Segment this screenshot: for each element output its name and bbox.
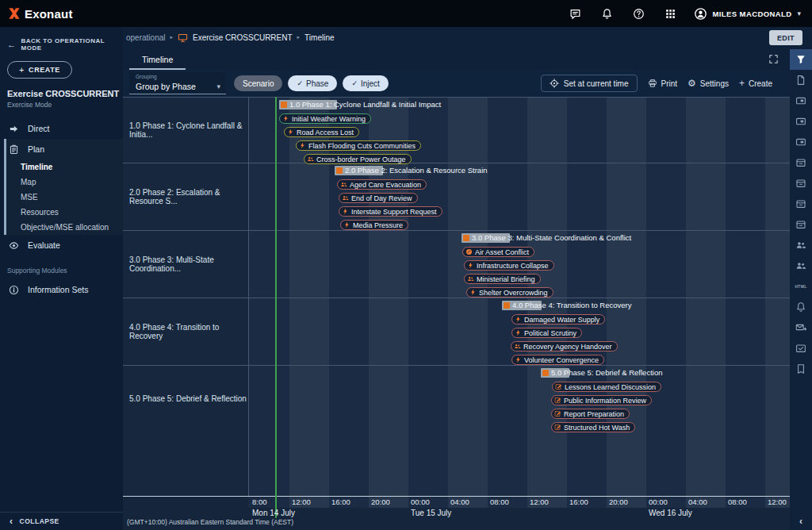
target-icon — [550, 79, 559, 88]
inject-label: End of Day Review — [351, 194, 412, 202]
create-timeline-item-button[interactable]: + Create — [739, 79, 772, 88]
print-label: Print — [661, 79, 678, 88]
chip-scenario[interactable]: Scenario — [234, 75, 282, 91]
rail-collapse-button[interactable]: ‹ — [790, 516, 812, 527]
sidebar-item-map[interactable]: Map — [6, 175, 123, 190]
inject-item[interactable]: Damaged Water Supply — [511, 314, 605, 325]
chevron-left-icon: ‹ — [10, 516, 13, 527]
account-menu[interactable]: MILES MACDONALD ▾ — [694, 7, 801, 21]
exercise-mode: Exercise Mode — [7, 101, 123, 109]
group-tool-button[interactable] — [790, 235, 812, 255]
bell-tool-button[interactable] — [790, 297, 812, 317]
sidebar: ← BACK TO OPERATIONAL MODE + CREATE Exer… — [0, 27, 123, 530]
inject-item[interactable]: Road Access Lost — [284, 127, 359, 137]
inject-label: Interstate Support Request — [351, 208, 437, 216]
card-tool-button[interactable] — [790, 90, 812, 111]
fullscreen-icon[interactable] — [768, 54, 779, 64]
sidebar-item-resources[interactable]: Resources — [6, 205, 123, 220]
archive-tool-button[interactable] — [790, 214, 812, 235]
sidebar-item-mse[interactable]: MSE — [6, 190, 123, 205]
settings-button[interactable]: ⚙ Settings — [688, 79, 729, 88]
grouping-value: Group by Phase — [136, 82, 196, 91]
document-tool-button[interactable] — [790, 70, 812, 90]
book-tool-button[interactable] — [790, 359, 812, 379]
chip-phase[interactable]: ✓Phase — [288, 75, 337, 91]
app-logo[interactable]: Exonaut — [8, 7, 73, 21]
breadcrumb-operational[interactable]: operational — [126, 33, 165, 42]
cardcheck-tool-button[interactable] — [790, 338, 812, 359]
breadcrumb-timeline[interactable]: Timeline — [304, 33, 334, 42]
inject-item[interactable]: Cross-border Power Outage — [304, 154, 412, 164]
axis-tick-label: 20:00 — [609, 496, 628, 508]
print-button[interactable]: Print — [648, 79, 678, 88]
chat-icon[interactable] — [569, 8, 581, 20]
sidebar-item-evaluate[interactable]: Evaluate — [0, 235, 123, 255]
axis-tick-label: 00:00 — [649, 496, 668, 508]
breadcrumb-exercise[interactable]: Exercise CROSSCURRENT — [193, 33, 293, 42]
inject-item[interactable]: Lessons Learned Discussion — [552, 382, 661, 392]
inject-item[interactable]: Air Asset Conflict — [462, 247, 534, 257]
chip-inject[interactable]: ✓Inject — [343, 75, 388, 91]
archive-tool-button[interactable] — [790, 194, 812, 214]
bell-icon[interactable] — [601, 8, 613, 20]
inject-item[interactable]: Ministerial Briefing — [464, 274, 541, 284]
html-tool-button[interactable]: HTML — [790, 276, 812, 297]
phase-icon — [504, 302, 510, 309]
inject-item[interactable]: Volunteer Convergence — [511, 355, 604, 365]
filter-tool-button[interactable] — [790, 49, 812, 70]
exonaut-logo-icon — [8, 7, 21, 20]
row-label: 4.0 Phase 4: Transition to Recovery — [123, 298, 248, 365]
apps-icon[interactable] — [665, 8, 676, 20]
inject-label: Public Information Review — [564, 397, 646, 405]
plus-icon: + — [739, 79, 745, 88]
group-tool-button[interactable] — [790, 255, 812, 276]
back-button[interactable]: ← BACK TO OPERATIONAL MODE — [0, 27, 123, 52]
sidebar-item-timeline[interactable]: Timeline — [6, 159, 123, 175]
sidebar-item-information-sets[interactable]: Information Sets — [0, 279, 123, 300]
header-actions — [569, 8, 676, 20]
timezone-note: (GMT+10:00) Australian Eastern Standard … — [127, 518, 293, 526]
bolt-icon — [515, 329, 522, 336]
bolt-icon — [467, 262, 474, 269]
app-root: Exonaut MILES MACDONALD ▾ ← BACK TO OPER… — [0, 0, 812, 530]
inject-item[interactable]: Recovery Agency Handover — [511, 341, 618, 351]
html-tool-label: HTML — [795, 284, 806, 289]
inject-item[interactable]: End of Day Review — [339, 193, 418, 203]
axis-tick-label: 00:00 — [411, 496, 430, 508]
chip-label: Scenario — [243, 79, 274, 88]
axis-tick-label: 08:00 — [728, 496, 747, 508]
sidebar-item-direct[interactable]: Direct — [0, 118, 123, 139]
help-icon[interactable] — [633, 8, 645, 20]
tab-timeline[interactable]: Timeline — [129, 50, 186, 70]
inject-item[interactable]: Initial Weather Warning — [279, 113, 371, 124]
mail-tool-button[interactable] — [790, 317, 812, 338]
card-tool-button[interactable] — [790, 132, 812, 152]
sidebar-item-objective-mse-allocation[interactable]: Objective/MSE allocation — [6, 220, 123, 235]
inject-item[interactable]: Political Scrutiny — [511, 328, 582, 338]
sidebar-item-plan[interactable]: Plan — [6, 139, 123, 159]
inject-label: Lessons Learned Discussion — [565, 383, 656, 391]
set-current-time-button[interactable]: Set at current time — [541, 75, 638, 92]
archive-tool-button[interactable] — [790, 173, 812, 194]
bolt-icon — [287, 129, 294, 136]
edit-button[interactable]: EDIT — [769, 30, 802, 45]
inject-label: Initial Weather Warning — [292, 115, 366, 123]
inject-item[interactable]: Structured Hot Wash — [551, 422, 635, 432]
grouping-select[interactable]: Grouping Group by Phase ▾ — [129, 72, 226, 94]
inject-item[interactable]: Shelter Overcrowding — [466, 287, 553, 298]
logo-text: Exonaut — [25, 7, 73, 21]
inject-item[interactable]: Interstate Support Request — [339, 206, 442, 217]
create-button[interactable]: + CREATE — [7, 61, 72, 79]
inject-item[interactable]: Flash Flooding Cuts Communities — [296, 140, 421, 151]
archive-tool-button[interactable] — [790, 152, 812, 173]
inject-item[interactable]: Report Preparation — [551, 409, 630, 419]
inject-item[interactable]: Public Information Review — [551, 395, 652, 405]
timeline-chart: 1.0 Phase 1: Cyclone Landfall & Initia..… — [123, 97, 790, 530]
card-tool-button[interactable] — [790, 111, 812, 132]
inject-item[interactable]: Infrastructure Collapse — [464, 260, 554, 271]
check-icon: ✓ — [297, 79, 303, 87]
chip-label: Phase — [306, 79, 328, 88]
inject-item[interactable]: Media Pressure — [340, 220, 408, 230]
inject-item[interactable]: Aged Care Evacuation — [337, 179, 427, 190]
collapse-button[interactable]: ‹ COLLAPSE — [0, 512, 123, 530]
